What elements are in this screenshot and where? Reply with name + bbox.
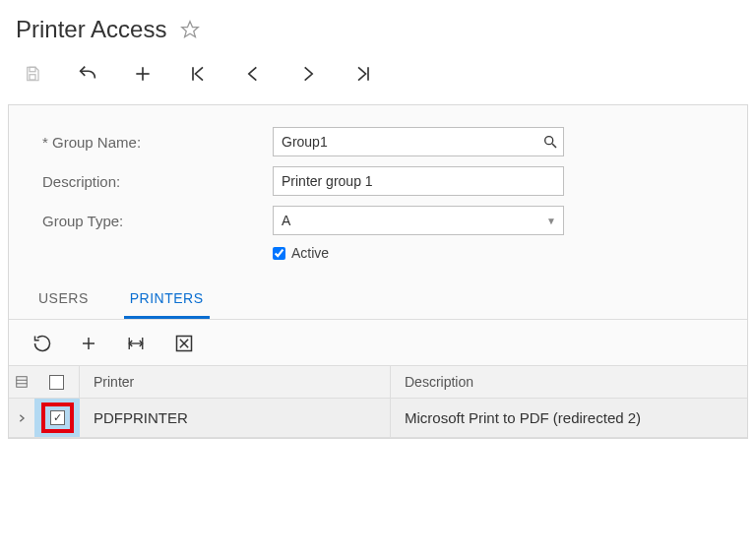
resize-columns-icon[interactable] [125, 335, 147, 352]
tab-printers[interactable]: PRINTERS [124, 279, 210, 319]
group-type-select-wrap[interactable]: ▼ [273, 206, 564, 235]
row-select-cell[interactable] [34, 399, 80, 437]
column-config-icon[interactable] [9, 375, 34, 389]
tab-users[interactable]: USERS [32, 279, 94, 319]
chevron-down-icon: ▼ [546, 216, 556, 226]
table-row[interactable]: PDFPRINTER Microsoft Print to PDF (redir… [9, 399, 747, 438]
export-excel-icon[interactable] [174, 334, 194, 353]
description-label: Description: [9, 173, 273, 190]
group-name-label: Group Name: [9, 134, 273, 151]
svg-marker-0 [182, 22, 199, 37]
value-help-icon[interactable] [542, 134, 558, 150]
grid-toolbar [9, 320, 747, 365]
active-row: Active [273, 245, 747, 261]
svg-rect-1 [30, 67, 35, 72]
row-select-highlight [41, 403, 74, 433]
cell-description[interactable]: Microsoft Print to PDF (redirected 2) [391, 399, 747, 437]
active-label: Active [291, 245, 329, 261]
group-type-label: Group Type: [9, 213, 273, 229]
active-checkbox[interactable] [273, 247, 285, 260]
svg-rect-2 [30, 75, 35, 80]
select-all-cell[interactable] [34, 366, 80, 398]
add-icon[interactable] [130, 61, 156, 87]
page-header: Printer Access [0, 0, 756, 51]
svg-point-7 [545, 137, 553, 145]
svg-rect-17 [17, 377, 28, 388]
header-printer[interactable]: Printer [80, 366, 391, 398]
tabs: USERS PRINTERS [9, 279, 747, 320]
last-record-icon[interactable] [350, 61, 376, 87]
description-row: Description: [9, 166, 747, 196]
header-description[interactable]: Description [391, 366, 747, 398]
previous-record-icon[interactable] [240, 61, 266, 87]
printers-grid: Printer Description PDFPRINTER Microsoft… [9, 365, 747, 438]
main-toolbar [0, 51, 756, 104]
group-type-select[interactable] [273, 206, 564, 235]
row-checkbox[interactable] [50, 410, 65, 425]
expand-row-icon[interactable] [9, 412, 34, 424]
group-name-input-wrap [273, 127, 564, 156]
refresh-icon[interactable] [32, 334, 52, 353]
favorite-star-icon[interactable] [180, 20, 200, 39]
page-title: Printer Access [16, 16, 166, 43]
grid-header: Printer Description [9, 365, 747, 399]
svg-line-8 [552, 144, 556, 148]
next-record-icon[interactable] [295, 61, 321, 87]
add-row-icon[interactable] [80, 335, 97, 352]
select-all-checkbox[interactable] [49, 375, 64, 390]
undo-icon[interactable] [75, 61, 100, 87]
description-input[interactable] [273, 166, 564, 196]
group-type-row: Group Type: ▼ [9, 206, 747, 235]
cell-printer[interactable]: PDFPRINTER [80, 399, 391, 437]
first-record-icon[interactable] [185, 61, 211, 87]
description-input-wrap [273, 166, 564, 196]
form-panel: Group Name: Description: Group Type: ▼ A… [8, 104, 748, 439]
group-name-row: Group Name: [9, 127, 747, 156]
group-name-input[interactable] [273, 127, 564, 156]
save-icon [20, 61, 45, 87]
